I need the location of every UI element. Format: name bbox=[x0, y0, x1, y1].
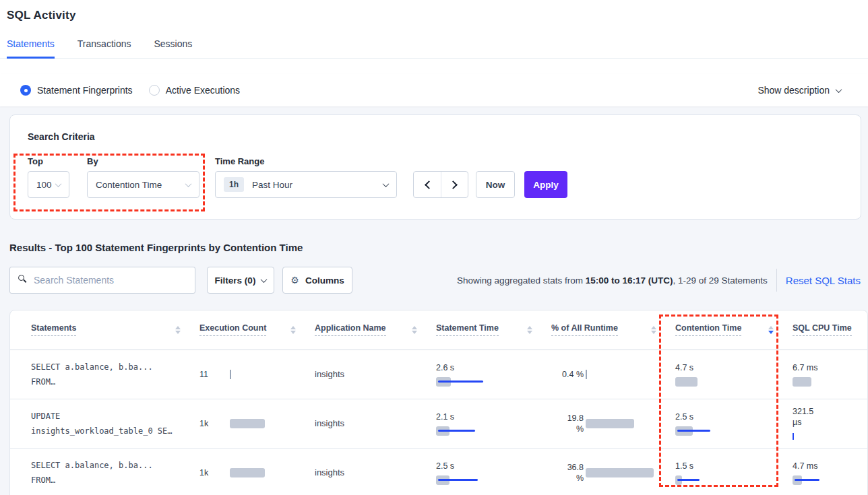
cell-bar-chart bbox=[586, 419, 634, 428]
radio-label: Statement Fingerprints bbox=[37, 85, 133, 96]
cell-bar-chart bbox=[436, 475, 551, 485]
exec-cell: 1k bbox=[199, 399, 315, 448]
column-header-application-name[interactable]: Application Name bbox=[315, 310, 436, 350]
top-select[interactable]: 100 bbox=[28, 171, 69, 198]
column-header-statements[interactable]: Statements bbox=[10, 310, 199, 350]
statements-table-panel: Statements Execution Count Application N… bbox=[9, 310, 868, 495]
sort-icon[interactable] bbox=[651, 326, 656, 334]
cell-bar-chart bbox=[230, 419, 265, 428]
table-body: SELECT a.balance, b.ba...FROM…11insights… bbox=[10, 350, 867, 495]
statement-cell[interactable]: SELECT a.balance, b.ba...FROM… bbox=[10, 350, 199, 399]
chevron-left-icon bbox=[425, 180, 433, 189]
time-range-select[interactable]: 1h Past Hour bbox=[215, 171, 397, 198]
radio-active-executions[interactable]: Active Executions bbox=[149, 85, 241, 96]
columns-button[interactable]: ⚙ Columns bbox=[282, 267, 352, 294]
tab-sessions[interactable]: Sessions bbox=[154, 38, 192, 59]
view-mode-bar: Statement Fingerprints Active Executions… bbox=[0, 74, 868, 106]
contention-cell: 4.7 s bbox=[675, 350, 793, 399]
stmt_time-cell: 2.1 s bbox=[436, 399, 551, 448]
gear-icon: ⚙ bbox=[290, 275, 299, 285]
statement-cell[interactable]: SELECT a.balance, b.ba...FROM… bbox=[10, 448, 199, 495]
sort-icon[interactable] bbox=[527, 326, 532, 334]
table-row[interactable]: SELECT a.balance, b.ba...FROM…1kinsights… bbox=[10, 448, 867, 495]
search-criteria-heading: Search Criteria bbox=[28, 131, 843, 142]
time-range-value: Past Hour bbox=[252, 180, 292, 190]
statement-cell[interactable]: UPDATEinsights_workload_table_0 SE… bbox=[10, 399, 199, 448]
app-name-cell: insights bbox=[315, 399, 436, 448]
filters-button[interactable]: Filters (0) bbox=[207, 267, 274, 294]
column-header-sql-cpu-time[interactable]: SQL CPU Time bbox=[793, 310, 867, 350]
app-name-cell: insights bbox=[315, 448, 436, 495]
runtime-cell: 19.8% bbox=[551, 399, 675, 448]
showing-stats-text: Showing aggregated stats from 15:00 to 1… bbox=[457, 275, 768, 286]
chevron-right-icon bbox=[449, 180, 458, 189]
chevron-down-icon bbox=[185, 180, 192, 187]
exec-cell: 11 bbox=[199, 350, 315, 399]
apply-button[interactable]: Apply bbox=[524, 171, 567, 198]
chevron-down-icon bbox=[836, 86, 842, 93]
cell-bar-chart bbox=[436, 426, 551, 436]
cell-bar-chart bbox=[230, 370, 231, 379]
showing-time-range: 15:00 to 16:17 (UTC) bbox=[586, 275, 673, 286]
content-area: Statement Fingerprints Active Executions… bbox=[0, 74, 868, 495]
column-header-contention-time[interactable]: Contention Time bbox=[675, 310, 793, 350]
time-next-button[interactable] bbox=[441, 172, 468, 197]
cell-bar-chart bbox=[793, 432, 867, 441]
table-header-row: Statements Execution Count Application N… bbox=[10, 310, 867, 350]
table-row[interactable]: UPDATEinsights_workload_table_0 SE…1kins… bbox=[10, 399, 867, 448]
contention-cell: 2.5 s bbox=[675, 399, 793, 448]
chevron-down-icon bbox=[55, 180, 62, 187]
search-statements-input[interactable] bbox=[9, 267, 195, 294]
sort-icon[interactable] bbox=[290, 326, 296, 334]
search-criteria-panel: Search Criteria Top 100 By Contention Ti… bbox=[9, 114, 861, 220]
search-statements-wrap bbox=[9, 267, 195, 294]
column-header-runtime-pct[interactable]: % of All Runtime bbox=[551, 310, 675, 350]
time-range-label: Time Range bbox=[215, 156, 397, 166]
statements-table: Statements Execution Count Application N… bbox=[10, 310, 867, 495]
runtime-cell: 36.8% bbox=[551, 448, 675, 495]
sort-icon-active-desc[interactable] bbox=[768, 326, 774, 334]
sort-icon[interactable] bbox=[175, 326, 181, 334]
cell-bar-chart bbox=[675, 426, 793, 436]
column-header-statement-time[interactable]: Statement Time bbox=[436, 310, 551, 350]
table-row[interactable]: SELECT a.balance, b.ba...FROM…11insights… bbox=[10, 350, 867, 399]
cell-bar-chart bbox=[586, 370, 587, 379]
radio-label: Active Executions bbox=[166, 85, 241, 96]
by-field: By Contention Time bbox=[87, 156, 199, 198]
chevron-down-icon bbox=[383, 180, 390, 187]
results-controls: Filters (0) ⚙ Columns Showing aggregated… bbox=[9, 267, 861, 294]
top-label: Top bbox=[28, 156, 87, 166]
show-description-toggle[interactable]: Show description bbox=[757, 85, 850, 96]
tab-statements[interactable]: Statements bbox=[7, 38, 55, 59]
app-name-cell: insights bbox=[315, 350, 436, 399]
radio-unselected-icon[interactable] bbox=[149, 85, 160, 96]
search-icon bbox=[18, 275, 24, 281]
cell-bar-chart bbox=[675, 475, 793, 485]
time-range-field: Time Range 1h Past Hour bbox=[215, 156, 397, 198]
now-button[interactable]: Now bbox=[476, 171, 515, 198]
page-header: SQL Activity Statements Transactions Ses… bbox=[0, 0, 868, 59]
cpu-cell: 4.7 ms bbox=[793, 448, 867, 495]
results-heading: Results - Top 100 Statement Fingerprints… bbox=[9, 242, 868, 253]
by-select[interactable]: Contention Time bbox=[87, 171, 199, 198]
cell-bar-chart bbox=[793, 475, 867, 485]
cpu-cell: 6.7 ms bbox=[793, 350, 867, 399]
radio-statement-fingerprints[interactable]: Statement Fingerprints bbox=[20, 85, 133, 96]
tab-bar: Statements Transactions Sessions bbox=[0, 22, 868, 59]
sort-icon[interactable] bbox=[412, 326, 417, 334]
show-description-label: Show description bbox=[757, 85, 830, 96]
radio-selected-icon[interactable] bbox=[20, 85, 31, 96]
columns-label: Columns bbox=[305, 275, 344, 286]
exec-cell: 1k bbox=[199, 448, 315, 495]
time-range-badge: 1h bbox=[224, 177, 244, 192]
column-header-execution-count[interactable]: Execution Count bbox=[199, 310, 315, 350]
cell-bar-chart bbox=[586, 468, 654, 477]
tab-transactions[interactable]: Transactions bbox=[78, 38, 131, 59]
cell-bar-chart bbox=[230, 468, 265, 477]
time-nav-group bbox=[413, 171, 468, 198]
search-criteria-row: Top 100 By Contention Time Time Range 1h… bbox=[28, 156, 843, 198]
reset-sql-stats-link[interactable]: Reset SQL Stats bbox=[786, 275, 861, 286]
time-prev-button[interactable] bbox=[414, 172, 441, 197]
cell-bar-chart bbox=[436, 377, 551, 387]
stmt_time-cell: 2.6 s bbox=[436, 350, 551, 399]
